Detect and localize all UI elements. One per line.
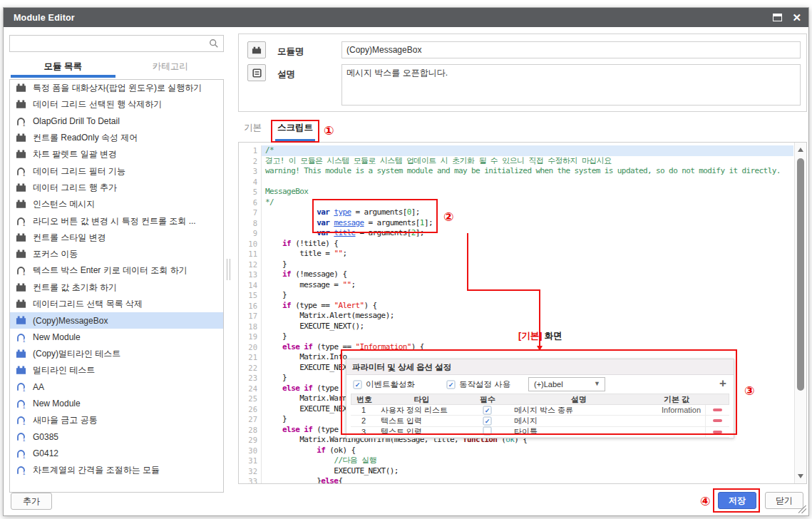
line-number: 28: [239, 425, 262, 436]
title-bar[interactable]: Module Editor ✕: [4, 8, 808, 27]
list-item[interactable]: (Copy)멀티라인 테스트: [10, 346, 223, 362]
line-number: 31: [239, 456, 262, 466]
list-item-label: 컨트롤 값 초기화 하기: [33, 282, 117, 294]
list-item-label: G0412: [33, 448, 58, 458]
list-item-label: 차트계열의 간격을 조절하는 모듈: [33, 464, 160, 476]
description-label: 설명: [277, 68, 295, 81]
line-number: 33: [239, 476, 262, 484]
list-item[interactable]: 데이터그리드 선택 목록 삭제: [10, 296, 223, 312]
line-number: 14: [239, 280, 262, 291]
description-textarea[interactable]: [341, 64, 801, 106]
list-item-label: G0385: [33, 432, 58, 442]
svg-text:1: 1: [23, 122, 26, 127]
description-icon-button[interactable]: [247, 64, 266, 81]
editor-scroll-down-icon[interactable]: [798, 474, 803, 478]
code-line: 4: [239, 177, 793, 187]
line-number: 25: [239, 394, 262, 404]
close-window-icon[interactable]: ✕: [792, 12, 801, 23]
list-item[interactable]: 1라디오 버튼 값 변경 시 특정 컨트롤 조회 ...: [10, 212, 223, 229]
list-item[interactable]: 1G0385: [10, 428, 223, 445]
module-search-input[interactable]: [13, 36, 205, 51]
module-icon: [16, 299, 27, 309]
event-icon: 1: [16, 381, 27, 392]
list-item[interactable]: 포커스 이동: [10, 246, 223, 262]
list-item-label: 텍스트 박스 Enter 키로 데이터 조회 하기: [33, 264, 187, 277]
tab-category[interactable]: 카테고리: [117, 55, 225, 78]
line-number: 18: [239, 322, 262, 332]
list-item[interactable]: 1텍스트 박스 Enter 키로 데이터 조회 하기: [10, 262, 223, 279]
svg-text:1: 1: [23, 172, 26, 177]
module-name-input[interactable]: [341, 41, 801, 58]
list-item-label: (Copy)MessageBox: [33, 316, 108, 326]
module-name-icon-button[interactable]: [247, 41, 266, 58]
module-editor-dialog-stage: Module Editor ✕ 모듈 목록 카테고리 특정 폼을 대화상자(팝업…: [0, 0, 812, 519]
svg-text:1: 1: [23, 404, 26, 409]
svg-text:1: 1: [23, 388, 26, 393]
line-number: 3: [239, 166, 262, 177]
event-icon: 1: [16, 399, 27, 409]
module-icon: [16, 199, 27, 210]
code-line: 13 if (!message) {: [239, 269, 793, 280]
module-icon: [16, 232, 27, 243]
list-item-label: 인스턴스 메시지: [33, 198, 95, 210]
module-icon: [16, 249, 27, 260]
list-item[interactable]: 1New Module: [10, 396, 223, 412]
list-item-label: New Module: [33, 332, 81, 342]
add-module-button[interactable]: 추가: [11, 493, 52, 510]
svg-text:1: 1: [23, 272, 26, 277]
event-icon: 1: [16, 431, 27, 442]
module-icon: [16, 315, 27, 326]
line-number: 7: [239, 207, 262, 218]
list-item-label: (Copy)멀티라인 테스트: [33, 348, 120, 360]
code-line: 10 if (!title) {: [239, 239, 793, 250]
list-item[interactable]: 1OlapGrid Drill To Detail: [10, 113, 223, 130]
list-item[interactable]: 1새마을 금고 공통: [10, 412, 223, 428]
save-button[interactable]: 저장: [718, 492, 756, 509]
line-number: 4: [239, 177, 262, 187]
list-item[interactable]: 컨트롤 스타일 변경: [10, 230, 223, 246]
list-item[interactable]: 인스턴스 메시지: [10, 196, 223, 212]
list-item[interactable]: 데이터 그리드 선택된 행 삭제하기: [10, 96, 223, 113]
list-item-label: 데이터그리드 선택 목록 삭제: [33, 298, 143, 310]
list-item-label: 라디오 버튼 값 변경 시 특정 컨트롤 조회 ...: [33, 215, 196, 227]
svg-text:1: 1: [23, 454, 26, 459]
close-button[interactable]: 닫기: [765, 492, 803, 509]
list-item[interactable]: 1New Module: [10, 329, 223, 345]
line-number: 9: [239, 228, 262, 239]
restore-window-icon[interactable]: [773, 14, 782, 21]
list-item[interactable]: 특정 폼을 대화상자(팝업 윈도우)로 실행하기: [10, 80, 223, 96]
description-icon: [252, 68, 262, 78]
list-item[interactable]: 멀티라인 테스트: [10, 362, 223, 379]
list-item[interactable]: 1AA: [10, 379, 223, 395]
list-item-label: 멀티라인 테스트: [33, 364, 95, 376]
tab-module-list[interactable]: 모듈 목록: [9, 55, 117, 78]
list-item[interactable]: 1G0412: [10, 446, 223, 462]
line-number: 1: [239, 145, 262, 156]
svg-text:1: 1: [23, 421, 26, 426]
list-item[interactable]: 컨트롤 ReadOnly 속성 제어: [10, 130, 223, 146]
list-item[interactable]: 1차트계열의 간격을 조절하는 모듈: [10, 462, 223, 478]
code-line: 30 if (ok) {: [239, 446, 793, 456]
line-number: 21: [239, 352, 262, 363]
list-item[interactable]: 1데이터 그리드 필터 기능: [10, 163, 223, 179]
line-number: 26: [239, 404, 262, 415]
editor-scroll-up-icon[interactable]: [798, 148, 803, 152]
code-line: 18 EXECUTE_NEXT();: [239, 322, 793, 332]
event-icon: 1: [16, 216, 27, 227]
list-item[interactable]: 차트 팔렛트 일괄 변경: [10, 146, 223, 163]
line-number: 22: [239, 363, 262, 374]
list-item[interactable]: 컨트롤 값 초기화 하기: [10, 279, 223, 296]
list-item[interactable]: 데이터 그리드 행 추가: [10, 180, 223, 196]
list-item-label: New Module: [33, 399, 81, 408]
code-line: 33 }else{: [239, 476, 793, 484]
panel-splitter-handle[interactable]: [227, 259, 230, 280]
module-icon: [16, 149, 27, 160]
module-icon: [16, 349, 27, 359]
editor-scrollbar-thumb[interactable]: [797, 158, 804, 391]
editor-scrollbar[interactable]: [794, 143, 806, 483]
list-item-label: OlapGrid Drill To Detail: [33, 116, 120, 126]
line-number: 11: [239, 249, 262, 260]
resize-grip[interactable]: [798, 505, 806, 513]
list-item[interactable]: (Copy)MessageBox: [10, 312, 223, 329]
tab-basic[interactable]: 기본: [244, 122, 268, 139]
